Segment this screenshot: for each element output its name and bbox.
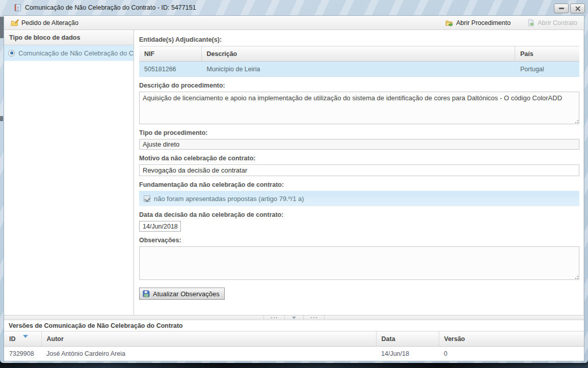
close-icon [575, 6, 580, 11]
abrir-contrato-label: Abrir Contrato [538, 19, 577, 26]
splitter-collapse-icon[interactable] [292, 317, 296, 319]
resize-handle-icon[interactable] [574, 275, 578, 279]
minimize-icon [559, 8, 564, 9]
entities-label: Entidade(s) Adjudicante(s): [139, 36, 579, 43]
versions-table: ID Autor Data Versão 7329908 José Antóni… [4, 331, 584, 361]
data-decisao-label: Data da decisão da não celebração de con… [139, 211, 579, 218]
splitter-grip-icon [311, 317, 317, 318]
toolbar: Pedido de Alteração Abrir Procedimento A [4, 16, 584, 30]
fundamentacao-option-row: não foram apresentadas propostas (artigo… [139, 191, 579, 206]
entities-table: NIF Descrição País 505181266 Município d… [139, 46, 579, 77]
sidebar: Tipo de bloco de dados Comunicação de Nã… [4, 30, 134, 315]
fundamentacao-option-label: não foram apresentadas propostas (artigo… [154, 195, 304, 203]
sidebar-item-comunicacao[interactable]: Comunicação de Não Celebração do C [4, 45, 133, 61]
folder-pencil-icon [11, 19, 19, 27]
sidebar-header: Tipo de bloco de dados [4, 30, 133, 45]
pedido-alteracao-button[interactable]: Pedido de Alteração [8, 18, 81, 28]
column-header-versao[interactable]: Versão [439, 331, 584, 347]
versions-title: Versões de Comunicação de Não Celebração… [4, 320, 584, 331]
observacoes-label: Observações: [139, 237, 579, 244]
descricao-textarea[interactable]: Aquisição de licenciamento e apoio na im… [139, 92, 579, 124]
data-decisao-field[interactable]: 14/Jun/2018 [139, 221, 181, 232]
abrir-procedimento-label: Abrir Procedimento [456, 19, 511, 26]
fundamentacao-label: Fundamentação da não celebração de contr… [139, 181, 579, 188]
background-artifact [0, 116, 3, 121]
column-header-descricao[interactable]: Descrição [201, 46, 515, 62]
splitter-grip-icon [271, 317, 277, 318]
versions-table-row[interactable]: 7329908 José António Cardeiro Areia 14/J… [4, 347, 584, 361]
motivo-label: Motivo da não celebração de contrato: [139, 155, 579, 162]
background-artifact [0, 17, 4, 38]
close-button[interactable] [570, 4, 585, 13]
resize-handle-icon[interactable] [574, 119, 578, 123]
main-panel: Entidade(s) Adjudicante(s): NIF Descriçã… [134, 30, 584, 315]
entities-table-row[interactable]: 505181266 Município de Leiria Portugal [139, 62, 579, 77]
entities-header-row: NIF Descrição País [139, 46, 579, 62]
sort-desc-icon [23, 335, 28, 338]
minimize-button[interactable] [554, 4, 569, 13]
observacoes-textarea[interactable] [139, 246, 579, 280]
document-arrow-icon-disabled [527, 19, 535, 27]
titlebar[interactable]: Comunicação de Não Celebração do Contrat… [0, 0, 588, 15]
motivo-field[interactable]: Revogação da decisão de contratar [139, 164, 579, 176]
cell-id: 7329908 [4, 347, 41, 361]
save-floppy-icon [142, 290, 150, 298]
dialog-window: Comunicação de Não Celebração do Contrat… [0, 0, 588, 363]
abrir-procedimento-button[interactable]: Abrir Procedimento [443, 18, 513, 28]
cell-nif: 505181266 [139, 62, 201, 77]
cell-descricao: Município de Leiria [201, 62, 515, 77]
cell-versao: 0 [439, 347, 584, 361]
descricao-label: Descrição do procedimento: [139, 82, 579, 89]
column-header-data[interactable]: Data [376, 331, 439, 347]
tipo-field[interactable]: Ajuste direto [139, 139, 579, 150]
atualizar-observacoes-button[interactable]: Atualizar Observações [139, 288, 225, 300]
window-title: Comunicação de Não Celebração do Contrat… [25, 4, 196, 11]
pedido-alteracao-label: Pedido de Alteração [21, 19, 78, 26]
cell-data: 14/Jun/18 [376, 347, 439, 361]
column-header-id[interactable]: ID [4, 331, 41, 347]
abrir-contrato-button: Abrir Contrato [524, 18, 580, 28]
tipo-label: Tipo de procedimento: [139, 129, 579, 136]
versions-panel: Versões de Comunicação de Não Celebração… [4, 320, 584, 361]
cell-pais: Portugal [515, 62, 579, 77]
column-header-autor[interactable]: Autor [41, 331, 376, 347]
dialog-client-area: Pedido de Alteração Abrir Procedimento A [4, 15, 584, 361]
checkbox-checked-icon[interactable] [144, 195, 150, 202]
column-header-nif[interactable]: NIF [139, 46, 201, 62]
versions-header-row: ID Autor Data Versão [4, 331, 584, 347]
cell-autor: José António Cardeiro Areia [41, 347, 376, 361]
sidebar-item-label: Comunicação de Não Celebração do C [18, 49, 133, 57]
notepad-icon [13, 4, 21, 12]
atualizar-observacoes-label: Atualizar Observações [153, 290, 220, 298]
panel-splitter[interactable] [4, 315, 584, 320]
column-header-pais[interactable]: País [515, 46, 579, 62]
radio-selected-icon [8, 50, 15, 56]
open-folder-arrow-icon [445, 19, 453, 27]
